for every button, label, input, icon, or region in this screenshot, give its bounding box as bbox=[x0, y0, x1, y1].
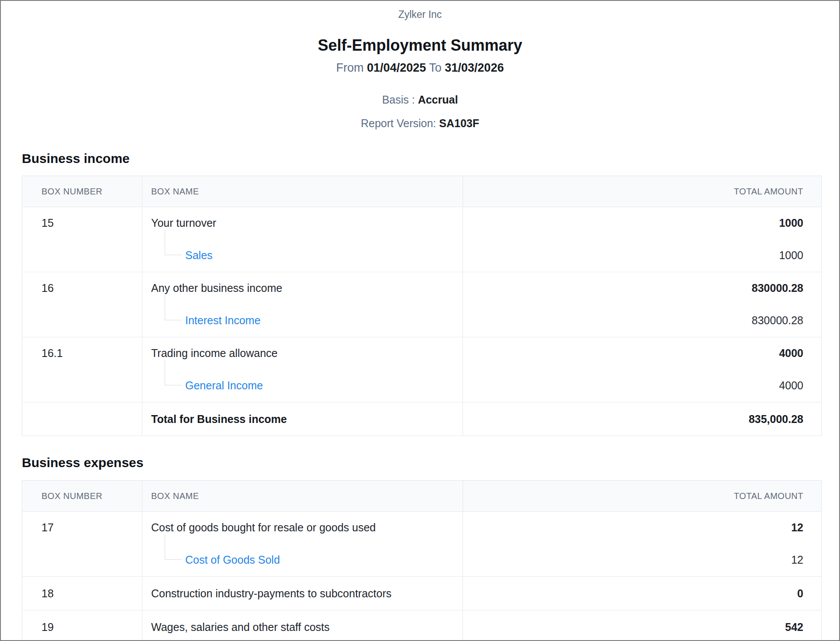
box-number: 16.1 bbox=[22, 337, 142, 402]
account-link[interactable]: Cost of Goods Sold bbox=[185, 554, 280, 566]
column-header-box-name: BOX NAME bbox=[142, 176, 463, 207]
box-number: 16 bbox=[22, 272, 142, 337]
total-amount: 835,000.28 bbox=[463, 402, 822, 436]
business-income-table: BOX NUMBER BOX NAME TOTAL AMOUNT 15 Your… bbox=[22, 176, 822, 436]
column-header-box-number: BOX NUMBER bbox=[22, 176, 142, 207]
report-version-value: SA103F bbox=[439, 117, 479, 129]
table-row: 15 Your turnover Sales 1000 1000 bbox=[22, 207, 822, 272]
box-number: 18 bbox=[22, 577, 142, 610]
column-header-box-name: BOX NAME bbox=[142, 481, 463, 512]
account-link[interactable]: General Income bbox=[185, 379, 263, 392]
sub-account-amount: 830000.28 bbox=[463, 313, 803, 327]
report-date-range: From 01/04/2025 To 31/03/2026 bbox=[1, 60, 839, 75]
table-header-row: BOX NUMBER BOX NAME TOTAL AMOUNT bbox=[22, 481, 822, 512]
box-name: Trading income allowance bbox=[151, 346, 463, 360]
sub-account-row: General Income bbox=[151, 378, 463, 392]
box-name: Cost of goods bought for resale or goods… bbox=[151, 520, 463, 534]
box-name: Any other business income bbox=[151, 281, 463, 295]
total-label: Total for Business income bbox=[142, 402, 463, 436]
sub-account-row: Sales bbox=[151, 248, 463, 262]
business-expenses-table: BOX NUMBER BOX NAME TOTAL AMOUNT 17 Cost… bbox=[22, 480, 822, 641]
table-header-row: BOX NUMBER BOX NAME TOTAL AMOUNT bbox=[22, 176, 822, 207]
table-row: 16.1 Trading income allowance General In… bbox=[22, 337, 822, 402]
account-link[interactable]: Interest Income bbox=[185, 314, 260, 326]
business-income-heading: Business income bbox=[22, 150, 839, 167]
sub-account-row: Cost of Goods Sold bbox=[151, 553, 463, 567]
table-row: 16 Any other business income Interest In… bbox=[22, 272, 822, 337]
basis-value: Accrual bbox=[418, 94, 458, 106]
sub-account-amount: 12 bbox=[463, 553, 803, 567]
box-amount: 12 bbox=[463, 520, 803, 534]
box-amount: 0 bbox=[463, 586, 803, 600]
sub-account-amount: 1000 bbox=[463, 248, 803, 262]
column-header-total-amount: TOTAL AMOUNT bbox=[463, 481, 822, 512]
box-name: Wages, salaries and other staff costs bbox=[151, 620, 463, 634]
total-box-spacer bbox=[22, 402, 142, 436]
date-from-value: 01/04/2025 bbox=[367, 61, 426, 74]
date-to-value: 31/03/2026 bbox=[445, 61, 504, 74]
column-header-box-number: BOX NUMBER bbox=[22, 481, 142, 512]
report-title: Self-Employment Summary bbox=[1, 35, 839, 55]
box-amount: 4000 bbox=[463, 346, 803, 360]
box-amount: 1000 bbox=[463, 216, 803, 230]
box-name: Your turnover bbox=[151, 216, 463, 230]
box-number: 15 bbox=[22, 207, 142, 272]
date-from-label: From bbox=[336, 61, 364, 74]
company-name: Zylker Inc bbox=[1, 8, 839, 21]
box-name: Construction industry-payments to subcon… bbox=[151, 586, 463, 600]
sub-account-row: Interest Income bbox=[151, 313, 463, 327]
column-header-total-amount: TOTAL AMOUNT bbox=[463, 176, 822, 207]
report-basis: Basis : Accrual bbox=[1, 93, 839, 106]
total-row: Total for Business income 835,000.28 bbox=[22, 402, 822, 436]
report-header: Zylker Inc Self-Employment Summary From … bbox=[1, 8, 839, 130]
basis-label: Basis : bbox=[382, 94, 415, 106]
table-row: 18 Construction industry-payments to sub… bbox=[22, 577, 822, 610]
sub-account-amount: 4000 bbox=[463, 378, 803, 392]
report-page: Zylker Inc Self-Employment Summary From … bbox=[0, 0, 840, 641]
box-amount: 830000.28 bbox=[463, 281, 803, 295]
table-row: 17 Cost of goods bought for resale or go… bbox=[22, 512, 822, 577]
report-version: Report Version: SA103F bbox=[1, 117, 839, 130]
business-expenses-heading: Business expenses bbox=[22, 454, 839, 471]
report-version-label: Report Version: bbox=[361, 117, 436, 129]
box-number: 17 bbox=[22, 512, 142, 577]
account-link[interactable]: Sales bbox=[185, 249, 213, 261]
table-row: 19 Wages, salaries and other staff costs… bbox=[22, 610, 822, 641]
box-number: 19 bbox=[22, 610, 142, 641]
date-to-label: To bbox=[429, 61, 442, 74]
box-amount: 542 bbox=[463, 620, 803, 634]
